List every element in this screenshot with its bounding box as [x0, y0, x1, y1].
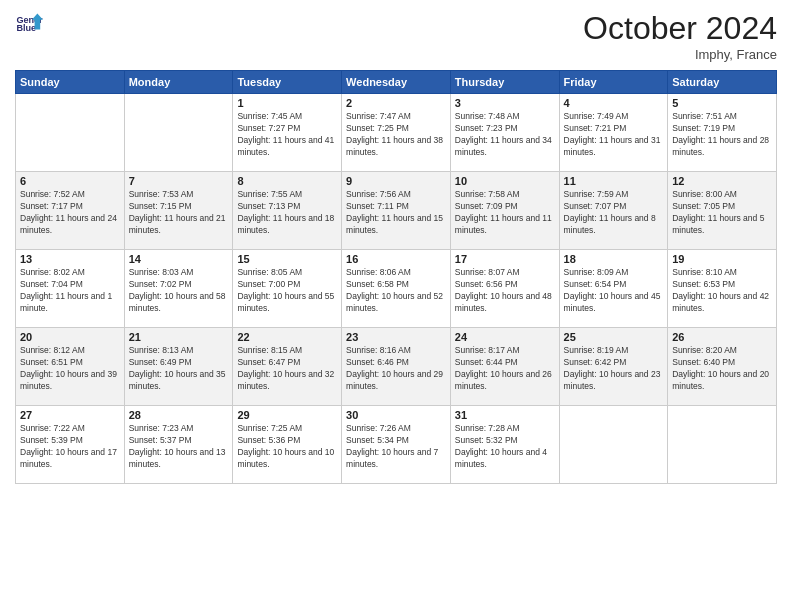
- weekday-header: Thursday: [450, 71, 559, 94]
- day-info: Sunrise: 8:09 AMSunset: 6:54 PMDaylight:…: [564, 267, 664, 315]
- header: General Blue October 2024 Imphy, France: [15, 10, 777, 62]
- calendar-cell: 25Sunrise: 8:19 AMSunset: 6:42 PMDayligh…: [559, 328, 668, 406]
- day-info: Sunrise: 8:07 AMSunset: 6:56 PMDaylight:…: [455, 267, 555, 315]
- day-info: Sunrise: 7:47 AMSunset: 7:25 PMDaylight:…: [346, 111, 446, 159]
- calendar-cell: 10Sunrise: 7:58 AMSunset: 7:09 PMDayligh…: [450, 172, 559, 250]
- calendar-week-row: 13Sunrise: 8:02 AMSunset: 7:04 PMDayligh…: [16, 250, 777, 328]
- calendar-cell: 31Sunrise: 7:28 AMSunset: 5:32 PMDayligh…: [450, 406, 559, 484]
- calendar-cell: 16Sunrise: 8:06 AMSunset: 6:58 PMDayligh…: [342, 250, 451, 328]
- calendar-cell: 21Sunrise: 8:13 AMSunset: 6:49 PMDayligh…: [124, 328, 233, 406]
- day-info: Sunrise: 8:20 AMSunset: 6:40 PMDaylight:…: [672, 345, 772, 393]
- day-info: Sunrise: 8:17 AMSunset: 6:44 PMDaylight:…: [455, 345, 555, 393]
- day-number: 5: [672, 97, 772, 109]
- weekday-header: Tuesday: [233, 71, 342, 94]
- location: Imphy, France: [583, 47, 777, 62]
- calendar-cell: 14Sunrise: 8:03 AMSunset: 7:02 PMDayligh…: [124, 250, 233, 328]
- calendar-cell: 4Sunrise: 7:49 AMSunset: 7:21 PMDaylight…: [559, 94, 668, 172]
- calendar-cell: 28Sunrise: 7:23 AMSunset: 5:37 PMDayligh…: [124, 406, 233, 484]
- calendar-week-row: 6Sunrise: 7:52 AMSunset: 7:17 PMDaylight…: [16, 172, 777, 250]
- day-info: Sunrise: 7:56 AMSunset: 7:11 PMDaylight:…: [346, 189, 446, 237]
- weekday-header: Friday: [559, 71, 668, 94]
- calendar-cell: 19Sunrise: 8:10 AMSunset: 6:53 PMDayligh…: [668, 250, 777, 328]
- calendar-cell: 2Sunrise: 7:47 AMSunset: 7:25 PMDaylight…: [342, 94, 451, 172]
- day-info: Sunrise: 7:52 AMSunset: 7:17 PMDaylight:…: [20, 189, 120, 237]
- day-number: 11: [564, 175, 664, 187]
- calendar-table: SundayMondayTuesdayWednesdayThursdayFrid…: [15, 70, 777, 484]
- weekday-header: Sunday: [16, 71, 125, 94]
- day-number: 22: [237, 331, 337, 343]
- day-info: Sunrise: 8:06 AMSunset: 6:58 PMDaylight:…: [346, 267, 446, 315]
- day-number: 27: [20, 409, 120, 421]
- calendar-cell: 7Sunrise: 7:53 AMSunset: 7:15 PMDaylight…: [124, 172, 233, 250]
- calendar-cell: 30Sunrise: 7:26 AMSunset: 5:34 PMDayligh…: [342, 406, 451, 484]
- day-number: 12: [672, 175, 772, 187]
- day-info: Sunrise: 8:05 AMSunset: 7:00 PMDaylight:…: [237, 267, 337, 315]
- day-info: Sunrise: 7:23 AMSunset: 5:37 PMDaylight:…: [129, 423, 229, 471]
- day-number: 20: [20, 331, 120, 343]
- day-info: Sunrise: 8:00 AMSunset: 7:05 PMDaylight:…: [672, 189, 772, 237]
- day-info: Sunrise: 8:12 AMSunset: 6:51 PMDaylight:…: [20, 345, 120, 393]
- calendar-cell: 29Sunrise: 7:25 AMSunset: 5:36 PMDayligh…: [233, 406, 342, 484]
- day-info: Sunrise: 7:45 AMSunset: 7:27 PMDaylight:…: [237, 111, 337, 159]
- calendar-cell: 27Sunrise: 7:22 AMSunset: 5:39 PMDayligh…: [16, 406, 125, 484]
- day-info: Sunrise: 7:48 AMSunset: 7:23 PMDaylight:…: [455, 111, 555, 159]
- calendar-cell: [124, 94, 233, 172]
- day-number: 2: [346, 97, 446, 109]
- day-number: 3: [455, 97, 555, 109]
- calendar-cell: 17Sunrise: 8:07 AMSunset: 6:56 PMDayligh…: [450, 250, 559, 328]
- day-number: 19: [672, 253, 772, 265]
- day-number: 15: [237, 253, 337, 265]
- day-number: 24: [455, 331, 555, 343]
- day-info: Sunrise: 7:49 AMSunset: 7:21 PMDaylight:…: [564, 111, 664, 159]
- logo-icon: General Blue: [15, 10, 43, 38]
- weekday-header: Monday: [124, 71, 233, 94]
- day-number: 28: [129, 409, 229, 421]
- weekday-header: Saturday: [668, 71, 777, 94]
- calendar-cell: 5Sunrise: 7:51 AMSunset: 7:19 PMDaylight…: [668, 94, 777, 172]
- day-number: 18: [564, 253, 664, 265]
- day-info: Sunrise: 8:03 AMSunset: 7:02 PMDaylight:…: [129, 267, 229, 315]
- day-info: Sunrise: 8:15 AMSunset: 6:47 PMDaylight:…: [237, 345, 337, 393]
- calendar-cell: 15Sunrise: 8:05 AMSunset: 7:00 PMDayligh…: [233, 250, 342, 328]
- day-info: Sunrise: 7:58 AMSunset: 7:09 PMDaylight:…: [455, 189, 555, 237]
- day-number: 6: [20, 175, 120, 187]
- calendar-cell: 9Sunrise: 7:56 AMSunset: 7:11 PMDaylight…: [342, 172, 451, 250]
- day-number: 21: [129, 331, 229, 343]
- weekday-header: Wednesday: [342, 71, 451, 94]
- day-number: 7: [129, 175, 229, 187]
- calendar-week-row: 27Sunrise: 7:22 AMSunset: 5:39 PMDayligh…: [16, 406, 777, 484]
- day-number: 30: [346, 409, 446, 421]
- calendar-cell: 13Sunrise: 8:02 AMSunset: 7:04 PMDayligh…: [16, 250, 125, 328]
- day-info: Sunrise: 8:13 AMSunset: 6:49 PMDaylight:…: [129, 345, 229, 393]
- calendar-cell: 26Sunrise: 8:20 AMSunset: 6:40 PMDayligh…: [668, 328, 777, 406]
- day-number: 9: [346, 175, 446, 187]
- day-number: 1: [237, 97, 337, 109]
- day-info: Sunrise: 7:59 AMSunset: 7:07 PMDaylight:…: [564, 189, 664, 237]
- day-number: 31: [455, 409, 555, 421]
- day-info: Sunrise: 8:19 AMSunset: 6:42 PMDaylight:…: [564, 345, 664, 393]
- day-number: 23: [346, 331, 446, 343]
- calendar-cell: 18Sunrise: 8:09 AMSunset: 6:54 PMDayligh…: [559, 250, 668, 328]
- calendar-cell: 11Sunrise: 7:59 AMSunset: 7:07 PMDayligh…: [559, 172, 668, 250]
- calendar-week-row: 20Sunrise: 8:12 AMSunset: 6:51 PMDayligh…: [16, 328, 777, 406]
- calendar-cell: 6Sunrise: 7:52 AMSunset: 7:17 PMDaylight…: [16, 172, 125, 250]
- day-number: 14: [129, 253, 229, 265]
- day-number: 13: [20, 253, 120, 265]
- month-title: October 2024: [583, 10, 777, 47]
- day-number: 4: [564, 97, 664, 109]
- day-number: 25: [564, 331, 664, 343]
- calendar-cell: 12Sunrise: 8:00 AMSunset: 7:05 PMDayligh…: [668, 172, 777, 250]
- svg-text:Blue: Blue: [16, 23, 36, 33]
- calendar-cell: 3Sunrise: 7:48 AMSunset: 7:23 PMDaylight…: [450, 94, 559, 172]
- day-info: Sunrise: 8:16 AMSunset: 6:46 PMDaylight:…: [346, 345, 446, 393]
- day-number: 29: [237, 409, 337, 421]
- day-number: 17: [455, 253, 555, 265]
- calendar-cell: [559, 406, 668, 484]
- calendar-cell: 8Sunrise: 7:55 AMSunset: 7:13 PMDaylight…: [233, 172, 342, 250]
- day-info: Sunrise: 7:22 AMSunset: 5:39 PMDaylight:…: [20, 423, 120, 471]
- title-block: October 2024 Imphy, France: [583, 10, 777, 62]
- calendar-cell: 22Sunrise: 8:15 AMSunset: 6:47 PMDayligh…: [233, 328, 342, 406]
- calendar-page: General Blue October 2024 Imphy, France …: [0, 0, 792, 612]
- header-row: SundayMondayTuesdayWednesdayThursdayFrid…: [16, 71, 777, 94]
- day-info: Sunrise: 8:02 AMSunset: 7:04 PMDaylight:…: [20, 267, 120, 315]
